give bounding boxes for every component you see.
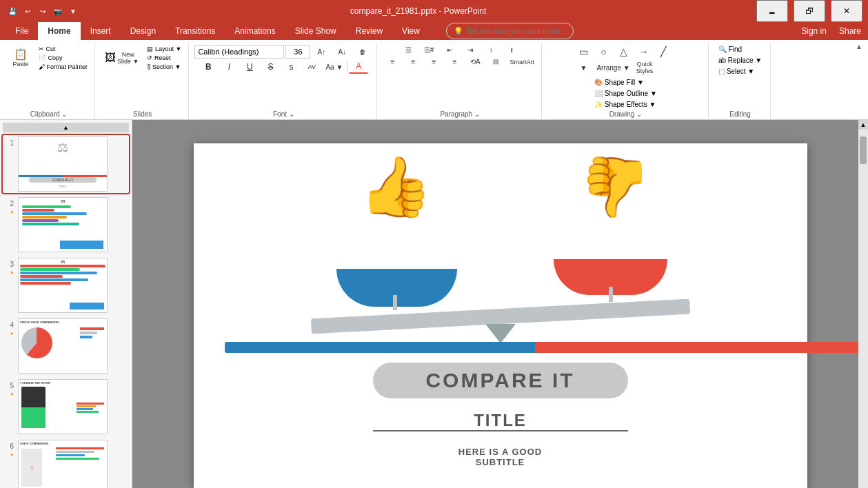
bullets-button[interactable]: ☰ — [398, 45, 418, 55]
increase-indent-button[interactable]: ⇥ — [461, 45, 480, 55]
decrease-font-size-button[interactable]: A↓ — [332, 47, 352, 57]
underline-button[interactable]: U — [240, 61, 259, 73]
tell-me-text: Tell me what you want to do... — [466, 27, 566, 35]
paragraph-group: ☰ ☰# ⇤ ⇥ ↕ ⫾ ≡ ≡ ≡ ≡ ⟲A ⊟ SmartArt Parag… — [379, 43, 542, 119]
cut-button[interactable]: ✂ Cut — [36, 45, 90, 53]
arrange-button[interactable]: Arrange ▼ — [594, 63, 632, 73]
panel-scrollbar-top: ▲ — [3, 123, 129, 132]
align-center-button[interactable]: ≡ — [403, 57, 423, 67]
italic-button[interactable]: I — [219, 61, 239, 73]
drawing-label: Drawing ⌄ — [609, 110, 642, 119]
slide-num-5: 5★ — [4, 379, 14, 397]
scroll-track — [858, 130, 868, 488]
font-group: A↑ A↓ 🗑 B I U S s AV Aa ▼ A Font ⌄ — [190, 43, 377, 119]
shape-triangle-button[interactable]: △ — [614, 45, 633, 59]
slide-thumb-6[interactable]: 6★ STATS COMPARISON ↑ — [3, 438, 129, 488]
shape-outline-button[interactable]: ⬜ Shape Outline ▼ — [590, 88, 661, 99]
slide-preview-5: 1 VERSUS THE OTHER — [18, 379, 108, 434]
minimize-button[interactable]: 🗕 — [756, 0, 788, 22]
scroll-up-button[interactable]: ▲ — [858, 120, 868, 130]
slide-thumb-4[interactable]: 4★ CIRCLE SLICE COMPARISON — [3, 317, 129, 375]
slide-thumb-3[interactable]: 3★ VS — [3, 256, 129, 314]
main-area: ▲ 1 ⚖ COMPARE IT TITLE 2★ VS — [0, 120, 868, 488]
line-spacing-button[interactable]: ↕ — [481, 45, 501, 55]
slide-num-3: 3★ — [4, 258, 14, 276]
increase-font-size-button[interactable]: A↑ — [312, 47, 331, 57]
lightbulb-icon: 💡 — [454, 27, 463, 36]
shadow-button[interactable]: s — [281, 61, 301, 73]
replace-button[interactable]: ab Replace ▼ — [714, 55, 766, 65]
bar-left — [225, 342, 542, 353]
screenshot-button[interactable]: 📷 — [51, 4, 65, 18]
align-text-button[interactable]: ⊟ — [486, 57, 505, 67]
align-left-button[interactable]: ≡ — [383, 57, 402, 67]
slide-content: 👍 👎 — [194, 143, 807, 488]
new-slide-button[interactable]: 🖼 NewSlide ▼ — [101, 48, 143, 68]
find-button[interactable]: 🔍 Find — [714, 44, 766, 54]
tab-insert[interactable]: Insert — [81, 22, 121, 40]
align-right-button[interactable]: ≡ — [424, 57, 443, 67]
numbering-button[interactable]: ☰# — [419, 45, 438, 55]
drawing-format-row: 🎨 Shape Fill ▼ ⬜ Shape Outline ▼ ✨ Shape… — [590, 77, 661, 110]
shape-rect-button[interactable]: ▭ — [574, 45, 593, 59]
font-size-input[interactable] — [285, 45, 310, 59]
tab-review[interactable]: Review — [346, 22, 392, 40]
slide-thumb-2[interactable]: 2★ VS — [3, 196, 129, 254]
layout-button[interactable]: ▤ Layout ▼ — [144, 45, 184, 53]
shape-circle-button[interactable]: ○ — [594, 45, 613, 59]
tab-home[interactable]: Home — [38, 22, 80, 40]
quick-styles-button[interactable]: QuickStyles — [634, 59, 656, 76]
slide-thumb-5[interactable]: 5★ 1 VERSUS THE OTHER — [3, 378, 129, 436]
columns-button[interactable]: ⫾ — [502, 45, 521, 55]
scroll-thumb[interactable] — [860, 136, 867, 164]
ribbon-collapse-button[interactable]: ▲ — [853, 43, 865, 50]
justify-button[interactable]: ≡ — [445, 57, 464, 67]
qat-dropdown-button[interactable]: ▼ — [66, 4, 80, 18]
shape-arrow-button[interactable]: → — [634, 45, 653, 59]
shapes-more-button[interactable]: ▼ — [574, 63, 593, 73]
slide-thumb-1[interactable]: 1 ⚖ COMPARE IT TITLE — [3, 135, 129, 193]
restore-button[interactable]: 🗗 — [794, 0, 825, 22]
redo-button[interactable]: ↪ — [36, 4, 50, 18]
tab-slideshow[interactable]: Slide Show — [285, 22, 346, 40]
panel-scroll-up[interactable]: ▲ — [63, 124, 69, 131]
paste-button[interactable]: 📋 Paste — [7, 46, 34, 70]
format-painter-button[interactable]: 🖌 Format Painter — [36, 63, 90, 71]
strikethrough-button[interactable]: S — [261, 61, 280, 73]
paragraph-row1: ☰ ☰# ⇤ ⇥ ↕ ⫾ — [398, 45, 521, 55]
tab-file[interactable]: File — [6, 22, 38, 40]
decrease-indent-button[interactable]: ⇤ — [440, 45, 459, 55]
bold-button[interactable]: B — [199, 61, 218, 73]
undo-button[interactable]: ↩ — [21, 4, 34, 18]
editing-group: 🔍 Find ab Replace ▼ ⬚ Select ▼ Editing — [710, 43, 771, 119]
section-button[interactable]: § Section ▼ — [144, 63, 184, 71]
reset-button[interactable]: ↺ Reset — [144, 54, 184, 62]
close-button[interactable]: ✕ — [831, 0, 862, 22]
title-container: TITLE — [373, 411, 628, 431]
char-spacing-button[interactable]: AV — [302, 62, 321, 72]
window-title: compare_it_21981.pptx - PowerPoint — [80, 6, 756, 16]
slides-row: 🖼 NewSlide ▼ ▤ Layout ▼ ↺ Reset § Sectio… — [101, 45, 184, 71]
drawing-shapes-row: ▭ ○ △ → ╱ ▼ Arrange ▼ QuickStyles — [574, 45, 677, 76]
change-case-button[interactable]: Aa ▼ — [323, 62, 345, 72]
save-button[interactable]: 💾 — [6, 4, 19, 18]
share-button[interactable]: Share — [832, 22, 868, 40]
shape-effects-button[interactable]: ✨ Shape Effects ▼ — [590, 99, 660, 110]
tab-transitions[interactable]: Transitions — [165, 22, 225, 40]
font-color-button[interactable]: A — [349, 60, 368, 74]
font-name-input[interactable] — [194, 45, 284, 59]
tab-animations[interactable]: Animations — [225, 22, 285, 40]
text-direction-button[interactable]: ⟲A — [465, 57, 485, 67]
shape-fill-button[interactable]: 🎨 Shape Fill ▼ — [590, 77, 648, 88]
ribbon: File Home Insert Design Transitions Anim… — [0, 22, 868, 120]
copy-button[interactable]: 📄 Copy — [36, 54, 90, 62]
tab-design[interactable]: Design — [121, 22, 165, 40]
smartart-button[interactable]: SmartArt — [507, 57, 537, 67]
tell-me-box[interactable]: 💡 Tell me what you want to do... — [446, 23, 574, 39]
tab-view[interactable]: View — [392, 22, 430, 40]
sign-in-button[interactable]: Sign in — [796, 22, 832, 40]
select-button[interactable]: ⬚ Select ▼ — [714, 66, 766, 77]
shape-line-button[interactable]: ╱ — [654, 45, 673, 59]
canvas-area: ▲ ▼ 👍 👎 — [132, 120, 868, 488]
clear-formatting-button[interactable]: 🗑 — [353, 47, 372, 57]
